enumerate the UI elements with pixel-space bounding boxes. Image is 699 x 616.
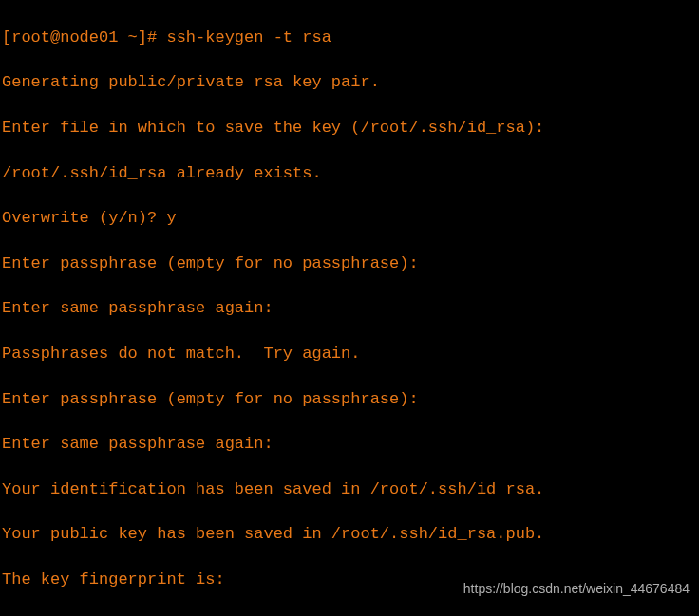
output-line: Passphrases do not match. Try again. <box>2 343 697 365</box>
typed-command: ssh-keygen -t rsa <box>166 28 331 47</box>
output-line: Your public key has been saved in /root/… <box>2 523 697 546</box>
output-line: /root/.ssh/id_rsa already exists. <box>2 162 697 185</box>
shell-prompt: [root@node01 ~]# <box>2 28 166 47</box>
watermark-text: https://blog.csdn.net/weixin_44676484 <box>463 580 690 599</box>
output-line: Enter same passphrase again: <box>2 433 697 456</box>
output-line: Enter same passphrase again: <box>2 297 697 320</box>
command-line[interactable]: [root@node01 ~]# ssh-keygen -t rsa <box>2 27 697 49</box>
output-line: Generating public/private rsa key pair. <box>2 71 697 94</box>
output-line: Overwrite (y/n)? y <box>2 207 697 230</box>
output-line: Enter passphrase (empty for no passphras… <box>2 252 697 275</box>
output-line: Enter file in which to save the key (/ro… <box>2 117 697 140</box>
output-line: Your identification has been saved in /r… <box>2 478 697 501</box>
output-line: Enter passphrase (empty for no passphras… <box>2 388 697 411</box>
terminal-output: [root@node01 ~]# ssh-keygen -t rsa Gener… <box>2 4 697 616</box>
